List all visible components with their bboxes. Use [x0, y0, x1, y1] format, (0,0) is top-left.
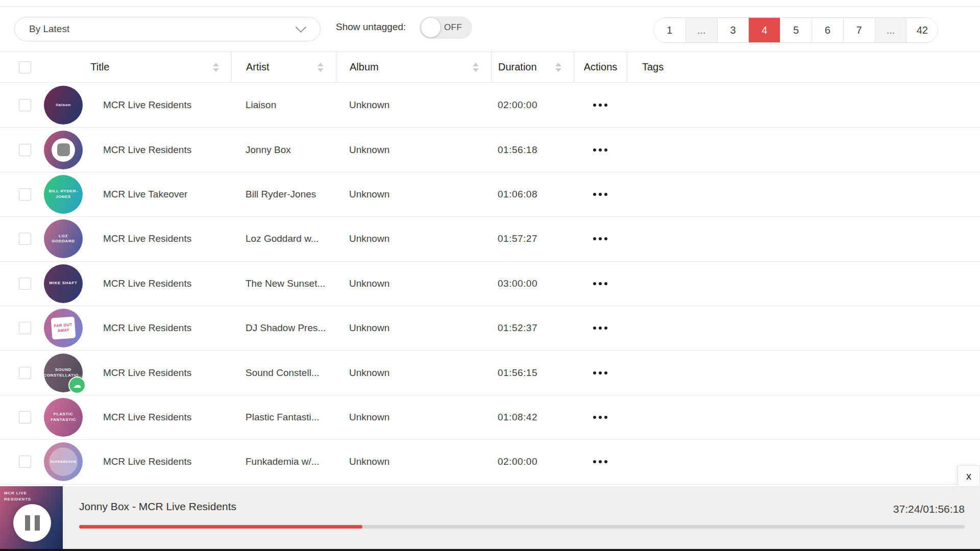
- untagged-toggle[interactable]: OFF: [420, 16, 472, 39]
- table-row: liaison MCR Live Residents Liaison Unkno…: [0, 83, 980, 128]
- pagination: 1...34567...42: [653, 17, 938, 43]
- album-art[interactable]: liaison: [44, 86, 83, 124]
- track-artist: DJ Shadow Pres...: [231, 322, 326, 334]
- track-title: MCR Live Residents: [103, 456, 191, 467]
- page-button-7[interactable]: 7: [843, 18, 875, 42]
- column-header-duration[interactable]: Duration: [492, 61, 537, 73]
- row-checkbox[interactable]: [19, 278, 31, 290]
- track-album: Unknown: [336, 456, 389, 467]
- player-close-button[interactable]: x: [958, 465, 980, 486]
- album-art-label: funkademia: [47, 459, 80, 465]
- table-row: PLASTIC FANTASTIC MCR Live Residents Pla…: [0, 395, 980, 440]
- now-playing-artwork-label: MCR LIVE RESIDENTS: [4, 490, 35, 503]
- page-button-3[interactable]: 3: [717, 18, 749, 42]
- album-art-label: BILL RYDER-JONES: [44, 189, 83, 200]
- row-checkbox[interactable]: [19, 233, 31, 245]
- sort-title-icon[interactable]: [213, 63, 219, 72]
- row-actions-menu[interactable]: [593, 193, 607, 196]
- table-row: LOZ GODDARD MCR Live Residents Loz Godda…: [0, 217, 980, 261]
- table-row: FAR OUT AWAY MCR Live Residents DJ Shado…: [0, 306, 980, 350]
- column-header-album[interactable]: Album: [336, 61, 379, 73]
- sort-artist-icon[interactable]: [317, 63, 324, 72]
- track-duration: 02:00:00: [491, 99, 537, 111]
- row-actions-menu[interactable]: [593, 371, 607, 374]
- row-actions-menu[interactable]: [593, 282, 607, 285]
- page-button-5[interactable]: 5: [780, 18, 812, 42]
- table-header: Title Artist Album Duration Actions Tags: [0, 52, 980, 83]
- playback-time: 37:24/01:56:18: [893, 503, 965, 515]
- album-art[interactable]: BILL RYDER-JONES: [44, 175, 83, 214]
- track-album: Unknown: [336, 144, 389, 156]
- track-title: MCR Live Residents: [103, 233, 191, 244]
- track-duration: 01:56:18: [491, 144, 537, 156]
- album-art[interactable]: [44, 131, 83, 169]
- track-artist: The New Sunset...: [231, 278, 325, 289]
- album-art[interactable]: funkademia: [44, 442, 83, 481]
- page-button-6[interactable]: 6: [812, 18, 843, 42]
- track-artist: Loz Goddard w...: [231, 233, 319, 244]
- album-art[interactable]: SOUND CONSTELLATIO... ☁: [44, 354, 83, 392]
- row-actions-menu[interactable]: [593, 104, 607, 107]
- select-all-checkbox[interactable]: [19, 61, 31, 73]
- track-artist: Funkademia w/...: [231, 456, 320, 467]
- sort-dropdown[interactable]: By Latest: [14, 17, 321, 41]
- track-title: MCR Live Residents: [103, 144, 191, 156]
- table-row: SOUND CONSTELLATIO... ☁ MCR Live Residen…: [0, 350, 980, 395]
- track-album: Unknown: [336, 99, 389, 111]
- track-duration: 01:56:15: [491, 367, 537, 379]
- row-tags: [627, 306, 980, 350]
- library-page: By Latest Show untagged: OFF 1...34567..…: [0, 0, 980, 551]
- page-button-4[interactable]: 4: [748, 18, 780, 42]
- top-divider: [0, 6, 980, 7]
- show-untagged-label: Show untagged:: [336, 21, 406, 33]
- row-actions-menu[interactable]: [593, 237, 607, 240]
- track-title: MCR Live Residents: [103, 278, 191, 289]
- row-actions-menu[interactable]: [593, 327, 607, 330]
- row-checkbox[interactable]: [19, 367, 31, 379]
- album-art[interactable]: FAR OUT AWAY: [44, 309, 83, 347]
- album-art[interactable]: LOZ GODDARD: [44, 219, 83, 258]
- track-artist: Sound Constell...: [231, 367, 320, 379]
- table-row: MCR Live Residents Jonny Box Unknown 01:…: [0, 128, 980, 172]
- sort-album-icon[interactable]: [473, 63, 479, 72]
- sort-duration-icon[interactable]: [555, 63, 561, 72]
- column-header-artist[interactable]: Artist: [232, 61, 270, 73]
- row-tags: [627, 83, 980, 127]
- row-tags: [627, 350, 980, 394]
- track-duration: 03:00:00: [491, 278, 537, 289]
- track-title: MCR Live Residents: [103, 412, 191, 423]
- page-ellipsis[interactable]: ...: [685, 18, 717, 42]
- column-header-tags: Tags: [627, 61, 664, 73]
- row-actions-menu[interactable]: [593, 416, 607, 419]
- row-checkbox[interactable]: [19, 411, 31, 423]
- column-header-title[interactable]: Title: [90, 61, 109, 73]
- bottom-strip: [0, 549, 980, 551]
- track-list: liaison MCR Live Residents Liaison Unkno…: [0, 83, 980, 485]
- track-artist: Bill Ryder-Jones: [231, 189, 316, 200]
- page-button-1[interactable]: 1: [654, 18, 685, 42]
- row-checkbox[interactable]: [19, 456, 31, 468]
- album-art-label: liaison: [52, 103, 75, 108]
- stop-icon[interactable]: [52, 138, 75, 162]
- album-art[interactable]: MIKE SHAFT: [44, 264, 83, 303]
- album-art-label: PLASTIC FANTASTIC: [44, 412, 83, 423]
- row-tags: [627, 172, 980, 216]
- row-actions-menu[interactable]: [593, 148, 607, 152]
- row-checkbox[interactable]: [19, 322, 31, 334]
- artwork-sticker: FAR OUT AWAY: [51, 317, 76, 340]
- page-button-42[interactable]: 42: [906, 18, 938, 42]
- row-checkbox[interactable]: [19, 188, 31, 201]
- row-checkbox[interactable]: [19, 99, 31, 111]
- album-art[interactable]: PLASTIC FANTASTIC: [44, 398, 83, 437]
- mixcloud-cloud-icon[interactable]: ☁: [68, 377, 86, 394]
- row-checkbox[interactable]: [19, 144, 31, 156]
- page-ellipsis[interactable]: ...: [875, 18, 906, 42]
- table-row: BILL RYDER-JONES MCR Live Takeover Bill …: [0, 172, 980, 217]
- progress-fill: [79, 525, 362, 529]
- pause-button[interactable]: [13, 504, 51, 542]
- pause-icon: [25, 515, 30, 531]
- row-actions-menu[interactable]: [593, 460, 607, 463]
- table-row: MIKE SHAFT MCR Live Residents The New Su…: [0, 262, 980, 306]
- track-duration: 01:08:42: [491, 412, 537, 423]
- progress-bar[interactable]: [79, 525, 965, 529]
